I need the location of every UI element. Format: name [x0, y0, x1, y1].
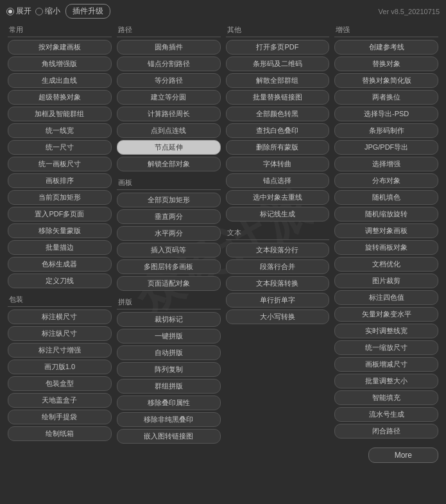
btn-解散全部群组[interactable]: 解散全部群组 — [226, 73, 330, 88]
btn-群组拼版[interactable]: 群组拼版 — [117, 379, 221, 394]
btn-节点延伸[interactable]: 节点延伸 — [117, 140, 221, 155]
btn-绘制手提袋[interactable]: 绘制手提袋 — [8, 410, 112, 424]
btn-置入PDF多页面[interactable]: 置入PDF多页面 — [8, 207, 112, 222]
expand-radio[interactable]: 展开 — [6, 6, 31, 17]
btn-创建参考线[interactable]: 创建参考线 — [334, 40, 438, 55]
text-section-title: 文本 — [226, 225, 330, 240]
btn-调整对象画板[interactable]: 调整对象画板 — [334, 223, 438, 238]
btn-等分路径[interactable]: 等分路径 — [117, 73, 221, 88]
collapse-radio[interactable]: 缩小 — [35, 6, 60, 17]
btn-色标生成器[interactable]: 色标生成器 — [8, 257, 112, 272]
btn-定义刀线[interactable]: 定义刀线 — [8, 274, 112, 288]
btn-画板增减尺寸[interactable]: 画板增减尺寸 — [334, 357, 438, 372]
column-3: 其他 打开多页PDF 条形码及二维码 解散全部群组 批量替换链接图 全部颜色转黑… — [223, 22, 332, 444]
btn-全部颜色转黑[interactable]: 全部颜色转黑 — [226, 107, 330, 121]
btn-裁切标记[interactable]: 裁切标记 — [117, 312, 221, 327]
btn-计算路径周长[interactable]: 计算路径周长 — [117, 107, 221, 121]
btn-文本段落分行[interactable]: 文本段落分行 — [226, 243, 330, 257]
btn-生成出血线[interactable]: 生成出血线 — [8, 73, 112, 88]
btn-统一线宽[interactable]: 统一线宽 — [8, 123, 112, 138]
btn-大小写转换[interactable]: 大小写转换 — [226, 309, 330, 324]
other-section-title: 其他 — [226, 22, 330, 37]
btn-垂直两分[interactable]: 垂直两分 — [117, 209, 221, 224]
btn-页面适配对象[interactable]: 页面适配对象 — [117, 276, 221, 291]
canvas-btn-list: 全部页加矩形 垂直两分 水平两分 插入页码等 多图层转多画板 页面适配对象 — [117, 193, 221, 291]
btn-画板排序[interactable]: 画板排序 — [8, 173, 112, 188]
btn-按对象建画板[interactable]: 按对象建画板 — [8, 40, 112, 55]
collapse-radio-circle — [35, 8, 43, 15]
btn-删除所有蒙版[interactable]: 删除所有蒙版 — [226, 140, 330, 155]
btn-超级替换对象[interactable]: 超级替换对象 — [8, 90, 112, 105]
btn-条形码及二维码[interactable]: 条形码及二维码 — [226, 56, 330, 71]
btn-当前页加矩形[interactable]: 当前页加矩形 — [8, 190, 112, 205]
package-section-title: 包装 — [8, 292, 112, 307]
more-button[interactable]: More — [368, 448, 438, 463]
btn-单行折单字[interactable]: 单行折单字 — [226, 293, 330, 308]
btn-分布对象[interactable]: 分布对象 — [334, 173, 438, 188]
btn-标注横尺寸[interactable]: 标注横尺寸 — [8, 309, 112, 324]
btn-字体转曲[interactable]: 字体转曲 — [226, 157, 330, 171]
btn-画刀版1[interactable]: 画刀版1.0 — [8, 360, 112, 374]
btn-流水号生成[interactable]: 流水号生成 — [334, 407, 438, 422]
btn-包装盒型[interactable]: 包装盒型 — [8, 376, 112, 391]
btn-移除矢量蒙版[interactable]: 移除矢量蒙版 — [8, 223, 112, 238]
btn-一键拼版[interactable]: 一键拼版 — [117, 329, 221, 343]
btn-批量替换链接图[interactable]: 批量替换链接图 — [226, 90, 330, 105]
btn-解锁全部对象[interactable]: 解锁全部对象 — [117, 157, 221, 171]
btn-图片裁剪[interactable]: 图片裁剪 — [334, 274, 438, 288]
layout-btn-list: 裁切标记 一键拼版 自动拼版 阵列复制 群组拼版 移除叠印属性 移除非纯黑叠印 … — [117, 312, 221, 444]
upgrade-button[interactable]: 插件升级 — [65, 4, 110, 19]
btn-选择导出PSD[interactable]: 选择导出-PSD — [334, 107, 438, 121]
btn-统一缩放尺寸[interactable]: 统一缩放尺寸 — [334, 340, 438, 355]
collapse-label: 缩小 — [45, 6, 60, 17]
btn-绘制纸箱[interactable]: 绘制纸箱 — [8, 426, 112, 441]
btn-条形码制作[interactable]: 条形码制作 — [334, 123, 438, 138]
btn-选择增强[interactable]: 选择增强 — [334, 157, 438, 171]
expand-label: 展开 — [16, 6, 31, 17]
canvas-section: 画板 全部页加矩形 垂直两分 水平两分 插入页码等 多图层转多画板 页面适配对象 — [117, 175, 221, 291]
btn-矢量对象变水平[interactable]: 矢量对象变水平 — [334, 307, 438, 322]
btn-标注四色值[interactable]: 标注四色值 — [334, 290, 438, 305]
btn-锚点选择[interactable]: 锚点选择 — [226, 173, 330, 188]
btn-查找白色叠印[interactable]: 查找白色叠印 — [226, 123, 330, 138]
btn-两者换位[interactable]: 两者换位 — [334, 90, 438, 105]
btn-标注纵尺寸[interactable]: 标注纵尺寸 — [8, 326, 112, 341]
btn-智能填充[interactable]: 智能填充 — [334, 390, 438, 405]
btn-天地盖盒子[interactable]: 天地盖盒子 — [8, 393, 112, 408]
btn-全部页加矩形[interactable]: 全部页加矩形 — [117, 193, 221, 207]
btn-加框及智能群组[interactable]: 加框及智能群组 — [8, 107, 112, 121]
btn-水平两分[interactable]: 水平两分 — [117, 226, 221, 241]
btn-锚点分割路径[interactable]: 锚点分割路径 — [117, 56, 221, 71]
btn-替换对象简化版[interactable]: 替换对象简化版 — [334, 73, 438, 88]
btn-随机填色[interactable]: 随机填色 — [334, 190, 438, 205]
btn-文本段落转换[interactable]: 文本段落转换 — [226, 276, 330, 291]
btn-角线增强版[interactable]: 角线增强版 — [8, 56, 112, 71]
btn-阵列复制[interactable]: 阵列复制 — [117, 362, 221, 377]
btn-批量描边[interactable]: 批量描边 — [8, 240, 112, 255]
btn-JPG-PDF导出[interactable]: JPG/PDF导出 — [334, 140, 438, 155]
btn-插入页码等[interactable]: 插入页码等 — [117, 243, 221, 257]
btn-替换对象[interactable]: 替换对象 — [334, 56, 438, 71]
btn-随机缩放旋转[interactable]: 随机缩放旋转 — [334, 207, 438, 222]
btn-嵌入图转链接图[interactable]: 嵌入图转链接图 — [117, 429, 221, 444]
btn-文档优化[interactable]: 文档优化 — [334, 257, 438, 272]
btn-标记线生成[interactable]: 标记线生成 — [226, 207, 330, 222]
btn-建立等分圆[interactable]: 建立等分圆 — [117, 90, 221, 105]
btn-闭合路径[interactable]: 闭合路径 — [334, 424, 438, 439]
btn-统一画板尺寸[interactable]: 统一画板尺寸 — [8, 157, 112, 171]
btn-移除叠印属性[interactable]: 移除叠印属性 — [117, 395, 221, 410]
column-1: 常用 按对象建画板 角线增强版 生成出血线 超级替换对象 加框及智能群组 统一线… — [5, 22, 114, 444]
btn-自动拼版[interactable]: 自动拼版 — [117, 345, 221, 360]
btn-实时调整线宽[interactable]: 实时调整线宽 — [334, 324, 438, 338]
btn-打开多页PDF[interactable]: 打开多页PDF — [226, 40, 330, 55]
btn-批量调整大小[interactable]: 批量调整大小 — [334, 374, 438, 388]
btn-旋转画板对象[interactable]: 旋转画板对象 — [334, 240, 438, 255]
btn-标注尺寸增强[interactable]: 标注尺寸增强 — [8, 343, 112, 358]
btn-圆角插件[interactable]: 圆角插件 — [117, 40, 221, 55]
btn-统一尺寸[interactable]: 统一尺寸 — [8, 140, 112, 155]
btn-点到点连线[interactable]: 点到点连线 — [117, 123, 221, 138]
btn-段落行合并[interactable]: 段落行合并 — [226, 259, 330, 274]
btn-多图层转多画板[interactable]: 多图层转多画板 — [117, 259, 221, 274]
btn-移除非纯黑叠印[interactable]: 移除非纯黑叠印 — [117, 412, 221, 427]
btn-选中对象去重线[interactable]: 选中对象去重线 — [226, 190, 330, 205]
